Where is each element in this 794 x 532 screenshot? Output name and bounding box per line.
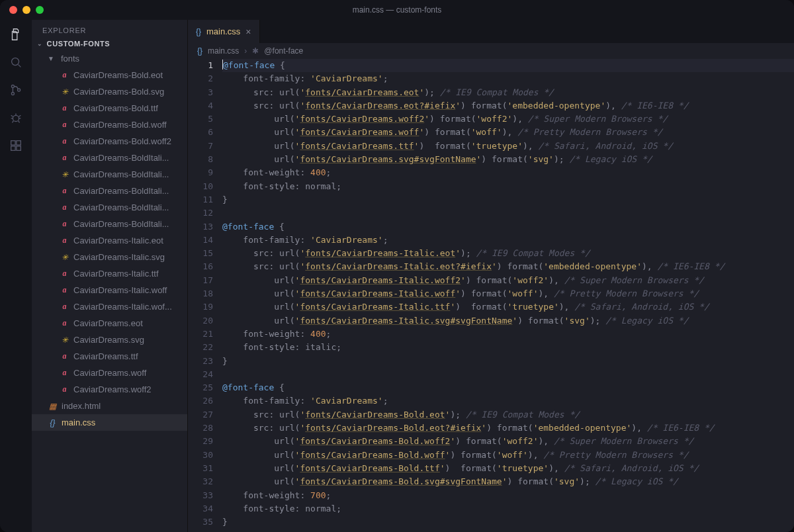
file-item[interactable]: a CaviarDreams-Italic.eot [32, 232, 187, 249]
svg-rect-6 [11, 146, 15, 150]
code-line: url('fonts/CaviarDreams-Bold.svg#svgFont… [222, 475, 794, 488]
file-item[interactable]: a CaviarDreams-Italic.ttf [32, 265, 187, 282]
close-tab-icon[interactable]: × [245, 27, 251, 36]
code-line: font-style: italic; [222, 341, 794, 354]
file-label: CaviarDreams.eot [73, 318, 143, 328]
file-item[interactable]: a CaviarDreams-BoldItali... [32, 150, 187, 166]
line-number: 7 [188, 140, 213, 153]
app-window: main.css — custom-fonts EXPLORER [0, 0, 794, 532]
code-line: font-weight: 400; [222, 166, 794, 179]
line-number: 21 [188, 328, 213, 341]
font-file-icon: a [60, 186, 69, 196]
close-window-button[interactable] [9, 6, 17, 14]
file-item[interactable]: ✳ CaviarDreams.svg [32, 332, 187, 348]
file-label: CaviarDreams-BoldItali... [73, 153, 169, 163]
source-control-icon[interactable] [8, 82, 24, 98]
file-item[interactable]: a CaviarDreams-BoldItali... [32, 199, 187, 216]
window-title: main.css — custom-fonts [353, 5, 442, 15]
code-line: url('fonts/CaviarDreams-Italic.ttf') for… [222, 300, 794, 314]
file-item[interactable]: a CaviarDreams-BoldItali... [32, 183, 187, 199]
code-line: url('fonts/CaviarDreams.svg#svgFontName'… [222, 153, 794, 166]
line-number: 14 [188, 234, 213, 247]
code-line: font-style: normal; [222, 180, 794, 193]
line-number: 15 [188, 247, 213, 260]
code-line: } [222, 355, 794, 368]
editor-tabs: {} main.css × [188, 20, 794, 43]
debug-icon[interactable] [8, 110, 24, 126]
file-label: CaviarDreams-Italic.svg [73, 252, 165, 262]
folder-fonts[interactable]: ▼ fonts [32, 50, 187, 67]
code-line: src: url('fonts/CaviarDreams-Bold.eot?#i… [222, 421, 794, 435]
file-item[interactable]: a CaviarDreams.ttf [32, 348, 187, 365]
file-label: CaviarDreams-Italic.wof... [73, 302, 172, 312]
tab-main-css[interactable]: {} main.css × [188, 20, 260, 43]
activity-bar [0, 20, 32, 532]
code-line: url('fonts/CaviarDreams-Bold.woff2') for… [222, 435, 794, 448]
line-number: 26 [188, 394, 213, 408]
css-file-icon: {} [48, 418, 58, 427]
font-file-icon: a [60, 236, 69, 245]
code-line: font-style: normal; [222, 502, 794, 515]
line-number: 13 [188, 220, 213, 234]
at-rule-icon: ✱ [252, 46, 259, 56]
file-item[interactable]: a CaviarDreams-Bold.ttf [32, 100, 187, 116]
code-line: src: url('fonts/CaviarDreams-Italic.eot?… [222, 260, 794, 273]
file-label: CaviarDreams-BoldItali... [73, 219, 169, 229]
breadcrumbs[interactable]: {} main.css › ✱ @font-face [188, 43, 794, 59]
svg-point-1 [11, 85, 14, 87]
file-item[interactable]: ✳ CaviarDreams-BoldItali... [32, 166, 187, 183]
minimize-window-button[interactable] [22, 6, 30, 14]
svg-file-icon: ✳ [60, 170, 69, 179]
file-item[interactable]: a CaviarDreams.woff2 [32, 381, 187, 398]
line-number: 8 [188, 153, 213, 166]
line-number: 17 [188, 274, 213, 287]
file-label: CaviarDreams.woff [73, 368, 146, 378]
sidebar-section-header[interactable]: ⌄ CUSTOM-FONTS [32, 37, 187, 50]
code-line [222, 368, 794, 381]
line-number: 29 [188, 435, 213, 448]
search-icon[interactable] [8, 54, 24, 70]
line-number: 5 [188, 112, 213, 126]
file-item[interactable]: ✳ CaviarDreams-Italic.svg [32, 249, 187, 265]
tab-label: main.css [206, 26, 240, 36]
svg-rect-7 [17, 146, 21, 150]
file-label: CaviarDreams.svg [73, 335, 144, 345]
code-line: } [222, 515, 794, 529]
sidebar-section-label: CUSTOM-FONTS [47, 40, 110, 48]
file-label: CaviarDreams-BoldItali... [73, 169, 169, 179]
file-item[interactable]: a CaviarDreams-BoldItali... [32, 216, 187, 232]
file-item[interactable]: a CaviarDreams-Bold.woff [32, 116, 187, 133]
svg-file-icon: ✳ [60, 335, 69, 345]
file-item[interactable]: a CaviarDreams-Italic.wof... [32, 298, 187, 315]
line-number: 9 [188, 166, 213, 179]
file-item[interactable]: a CaviarDreams.eot [32, 315, 187, 332]
font-file-icon: a [60, 318, 69, 328]
line-number: 28 [188, 421, 213, 435]
code-line: url('fonts/CaviarDreams-Italic.svg#svgFo… [222, 314, 794, 328]
line-number: 20 [188, 314, 213, 328]
file-item[interactable]: {} main.css [32, 414, 187, 431]
file-item[interactable]: ▦ index.html [32, 398, 187, 414]
extensions-icon[interactable] [8, 138, 24, 154]
code-editor[interactable]: 1234567891011121314151617181920212223242… [188, 59, 794, 532]
font-file-icon: a [60, 136, 69, 146]
file-item[interactable]: a CaviarDreams.woff [32, 365, 187, 381]
line-number: 35 [188, 515, 213, 529]
code-content: @font-face { font-family: 'CaviarDreams'… [222, 59, 794, 532]
file-item[interactable]: a CaviarDreams-Bold.eot [32, 67, 187, 83]
file-item[interactable]: ✳ CaviarDreams-Bold.svg [32, 83, 187, 100]
svg-file-icon: ✳ [60, 87, 69, 97]
line-number: 23 [188, 355, 213, 368]
explorer-icon[interactable] [8, 26, 24, 42]
sidebar: EXPLORER ⌄ CUSTOM-FONTS ▼ fonts a Caviar… [32, 20, 188, 532]
zoom-window-button[interactable] [36, 6, 44, 14]
file-item[interactable]: a CaviarDreams-Italic.woff [32, 282, 187, 298]
line-number: 27 [188, 408, 213, 421]
line-number: 2 [188, 72, 213, 85]
css-icon: {} [197, 46, 202, 56]
file-label: CaviarDreams-Bold.woff [73, 120, 167, 130]
font-file-icon: a [60, 202, 69, 212]
line-number: 4 [188, 99, 213, 112]
breadcrumb-symbol: @font-face [264, 46, 303, 56]
file-item[interactable]: a CaviarDreams-Bold.woff2 [32, 133, 187, 150]
